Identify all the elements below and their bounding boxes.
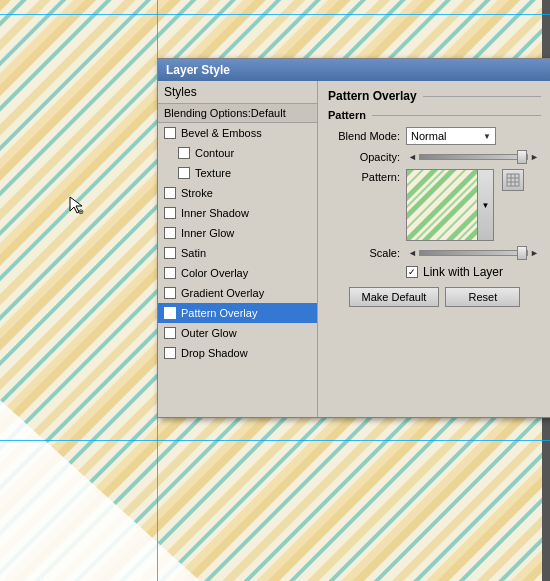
label-texture: Texture — [195, 167, 231, 179]
style-item-outer-glow[interactable]: Outer Glow — [158, 323, 317, 343]
label-inner-shadow: Inner Shadow — [181, 207, 249, 219]
checkbox-satin[interactable] — [164, 247, 176, 259]
blend-mode-label: Blend Mode: — [328, 130, 400, 142]
settings-panel: Pattern Overlay Pattern Blend Mode: Norm… — [318, 81, 550, 417]
style-item-stroke[interactable]: Stroke — [158, 183, 317, 203]
checkbox-drop-shadow[interactable] — [164, 347, 176, 359]
style-item-pattern-overlay[interactable]: Pattern Overlay — [158, 303, 317, 323]
checkbox-texture[interactable] — [178, 167, 190, 179]
style-item-contour[interactable]: Contour — [158, 143, 317, 163]
label-inner-glow: Inner Glow — [181, 227, 234, 239]
sub-section-pattern: Pattern — [328, 109, 541, 121]
pattern-row: Pattern: — [328, 169, 541, 241]
dialog-title: Layer Style — [166, 63, 230, 77]
checkbox-color-overlay[interactable] — [164, 267, 176, 279]
checkbox-bevel-emboss[interactable] — [164, 127, 176, 139]
opacity-increase-btn[interactable]: ► — [528, 152, 541, 162]
label-outer-glow: Outer Glow — [181, 327, 237, 339]
dialog-buttons: Make Default Reset — [328, 287, 541, 307]
pattern-label: Pattern: — [328, 169, 400, 183]
style-item-texture[interactable]: Texture — [158, 163, 317, 183]
checkbox-inner-glow[interactable] — [164, 227, 176, 239]
opacity-row: Opacity: ◄ ► — [328, 151, 541, 163]
make-default-button[interactable]: Make Default — [349, 287, 440, 307]
dialog-content: Styles Blending Options:Default Bevel & … — [158, 81, 550, 417]
blend-mode-dropdown[interactable]: Normal ▼ — [406, 127, 496, 145]
opacity-slider-thumb[interactable] — [517, 150, 527, 164]
guide-horizontal-top — [0, 14, 550, 15]
label-bevel-emboss: Bevel & Emboss — [181, 127, 262, 139]
label-drop-shadow: Drop Shadow — [181, 347, 248, 359]
scale-decrease-btn[interactable]: ◄ — [406, 248, 419, 258]
checkbox-outer-glow[interactable] — [164, 327, 176, 339]
style-item-bevel-emboss[interactable]: Bevel & Emboss — [158, 123, 317, 143]
styles-panel: Styles Blending Options:Default Bevel & … — [158, 81, 318, 417]
opacity-slider-track[interactable] — [419, 154, 528, 160]
checkbox-stroke[interactable] — [164, 187, 176, 199]
svg-rect-16 — [507, 174, 519, 186]
opacity-label: Opacity: — [328, 151, 400, 163]
checkbox-inner-shadow[interactable] — [164, 207, 176, 219]
opacity-slider-container: ◄ ► — [406, 152, 541, 162]
style-item-inner-shadow[interactable]: Inner Shadow — [158, 203, 317, 223]
link-with-layer-label: Link with Layer — [423, 265, 503, 279]
scale-slider-thumb[interactable] — [517, 246, 527, 260]
label-stroke: Stroke — [181, 187, 213, 199]
pattern-preview[interactable] — [406, 169, 478, 241]
checkbox-gradient-overlay[interactable] — [164, 287, 176, 299]
link-with-layer-row: Link with Layer — [328, 265, 541, 279]
scale-label: Scale: — [328, 247, 400, 259]
link-with-layer-checkbox[interactable] — [406, 266, 418, 278]
scale-slider-track[interactable] — [419, 250, 528, 256]
label-color-overlay: Color Overlay — [181, 267, 248, 279]
style-item-color-overlay[interactable]: Color Overlay — [158, 263, 317, 283]
blend-mode-dropdown-arrow: ▼ — [483, 132, 491, 141]
scale-slider-container: ◄ ► — [406, 248, 541, 258]
style-item-gradient-overlay[interactable]: Gradient Overlay — [158, 283, 317, 303]
style-item-inner-glow[interactable]: Inner Glow — [158, 223, 317, 243]
scale-row: Scale: ◄ ► — [328, 247, 541, 259]
opacity-decrease-btn[interactable]: ◄ — [406, 152, 419, 162]
checkbox-pattern-overlay[interactable] — [164, 307, 176, 319]
label-gradient-overlay: Gradient Overlay — [181, 287, 264, 299]
label-pattern-overlay: Pattern Overlay — [181, 307, 257, 319]
layer-style-dialog: Layer Style Styles Blending Options:Defa… — [157, 58, 550, 418]
style-item-satin[interactable]: Satin — [158, 243, 317, 263]
pattern-dropdown-arrow-icon: ▼ — [482, 201, 490, 210]
scale-increase-btn[interactable]: ► — [528, 248, 541, 258]
checkbox-contour[interactable] — [178, 147, 190, 159]
section-title-pattern-overlay: Pattern Overlay — [328, 89, 541, 103]
pattern-dropdown-btn[interactable]: ▼ — [478, 169, 494, 241]
styles-header[interactable]: Styles — [158, 81, 317, 104]
dialog-titlebar: Layer Style — [158, 59, 550, 81]
blend-mode-value: Normal — [411, 130, 446, 142]
label-satin: Satin — [181, 247, 206, 259]
blend-mode-row: Blend Mode: Normal ▼ — [328, 127, 541, 145]
label-contour: Contour — [195, 147, 234, 159]
blending-options[interactable]: Blending Options:Default — [158, 104, 317, 123]
reset-button[interactable]: Reset — [445, 287, 520, 307]
pattern-settings-btn[interactable] — [502, 169, 524, 191]
svg-rect-15 — [407, 170, 478, 241]
style-item-drop-shadow[interactable]: Drop Shadow — [158, 343, 317, 363]
guide-horizontal-bottom — [0, 440, 550, 441]
